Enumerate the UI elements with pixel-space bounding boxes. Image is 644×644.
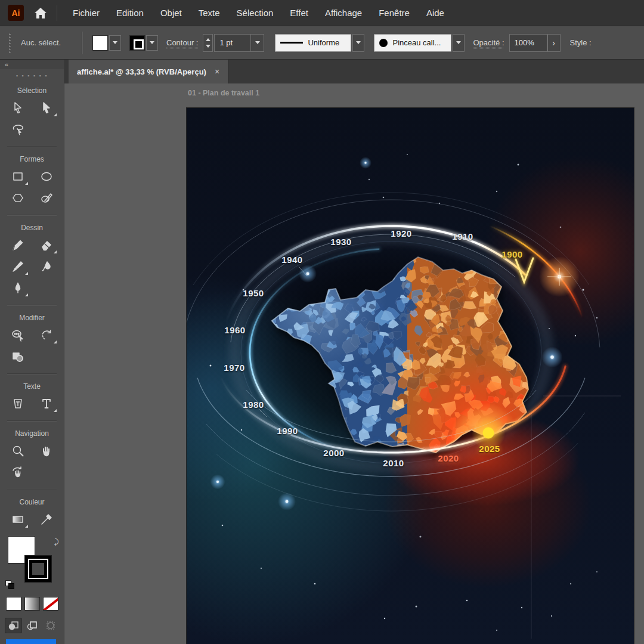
stroke-width-dropdown[interactable] bbox=[251, 34, 264, 52]
stroke-color-control bbox=[129, 35, 158, 51]
menu-item-fichier[interactable]: Fichier bbox=[64, 0, 108, 26]
menu-item-fenetre[interactable]: Fenêtre bbox=[370, 0, 418, 26]
document-tab-title: affiche.ai* @ 33,33 % (RVB/Aperçu) bbox=[77, 67, 206, 76]
none-button[interactable] bbox=[43, 597, 58, 611]
collapse-panel-button[interactable]: « bbox=[0, 60, 64, 69]
shaper-tool[interactable] bbox=[34, 187, 59, 209]
zoom-tool[interactable] bbox=[5, 440, 30, 462]
ellipse-tool[interactable] bbox=[34, 166, 59, 187]
menu-item-affichage[interactable]: Affichage bbox=[317, 0, 370, 26]
calligraphic-brush-icon bbox=[379, 39, 388, 47]
section-navigation-label: Navigation bbox=[0, 429, 64, 438]
tools-panel: « ▪ ▪ ▪ ▪ ▪ ▪ Sélection Formes bbox=[0, 60, 64, 644]
draw-behind-button[interactable] bbox=[23, 618, 41, 633]
pencil-tool[interactable] bbox=[5, 234, 30, 256]
menu-separator bbox=[57, 5, 57, 21]
width-profile-control[interactable]: Uniforme bbox=[275, 34, 351, 52]
direct-selection-tool[interactable] bbox=[5, 97, 30, 119]
stroke-color-box[interactable] bbox=[24, 555, 52, 583]
shape-builder-tool[interactable] bbox=[5, 346, 30, 367]
fill-color-swatch[interactable] bbox=[92, 35, 108, 51]
opacity-field[interactable] bbox=[509, 34, 547, 52]
stroke-color-dropdown[interactable] bbox=[146, 35, 158, 51]
marker-2025-dot bbox=[483, 428, 494, 439]
rectangle-tool[interactable] bbox=[5, 166, 30, 187]
stroke-width-field[interactable] bbox=[214, 34, 251, 52]
stroke-width-stepper[interactable] bbox=[203, 34, 213, 52]
menu-item-objet[interactable]: Objet bbox=[152, 0, 190, 26]
artboard[interactable]: 1900191019201930194019501960197019801990… bbox=[186, 107, 634, 644]
fill-color-control bbox=[92, 35, 121, 51]
control-bar-grip[interactable] bbox=[8, 33, 11, 53]
illustrator-logo[interactable]: Ai bbox=[8, 5, 24, 21]
section-selection-label: Sélection bbox=[0, 86, 64, 95]
paintbrush-tool[interactable] bbox=[5, 256, 30, 277]
close-tab-icon[interactable]: × bbox=[215, 67, 219, 76]
hand-tool[interactable] bbox=[34, 440, 59, 462]
rotate-view-tool[interactable] bbox=[5, 462, 30, 483]
home-icon[interactable] bbox=[34, 7, 47, 20]
draw-mode-buttons bbox=[0, 618, 64, 633]
lasso-tool[interactable] bbox=[5, 119, 30, 140]
eraser-tool[interactable] bbox=[34, 234, 59, 256]
document-tab-bar: affiche.ai* @ 33,33 % (RVB/Aperçu) × bbox=[64, 60, 644, 83]
toolbar-bottom-accent bbox=[6, 639, 56, 644]
color-type-buttons bbox=[0, 597, 64, 611]
section-draw-label: Dessin bbox=[0, 224, 64, 232]
draw-inside-button[interactable] bbox=[42, 618, 59, 633]
illustrator-window: Ai FichierEditionObjetTexteSélectionEffe… bbox=[0, 0, 644, 644]
rotate-tool[interactable] bbox=[34, 324, 59, 346]
panel-grip[interactable]: ▪ ▪ ▪ ▪ ▪ ▪ bbox=[0, 73, 64, 79]
width-profile-value: Uniforme bbox=[308, 38, 339, 47]
selection-tool[interactable] bbox=[34, 97, 59, 119]
brush-control[interactable]: Pinceau call... bbox=[374, 34, 451, 52]
canvas-area[interactable]: 01 - Plan de travail 1 19001910192019301… bbox=[64, 83, 644, 644]
section-color-label: Couleur bbox=[0, 498, 64, 506]
curvature-tool[interactable] bbox=[34, 256, 59, 277]
menu-bar: Ai FichierEditionObjetTexteSélectionEffe… bbox=[0, 0, 644, 26]
section-type-label: Texte bbox=[0, 382, 64, 391]
stroke-color-swatch[interactable] bbox=[129, 35, 145, 51]
section-shapes-label: Formes bbox=[0, 155, 64, 163]
artboard-label[interactable]: 01 - Plan de travail 1 bbox=[188, 89, 259, 97]
free-transform-tool[interactable] bbox=[5, 324, 30, 346]
brush-value: Pinceau call... bbox=[392, 38, 441, 47]
document-tab[interactable]: affiche.ai* @ 33,33 % (RVB/Aperçu) × bbox=[69, 60, 228, 83]
gradient-button[interactable] bbox=[24, 597, 40, 611]
type-tool[interactable] bbox=[34, 393, 59, 414]
poster-artwork bbox=[187, 108, 634, 644]
uniform-profile-icon bbox=[280, 42, 303, 44]
menu-item-texte[interactable]: Texte bbox=[190, 0, 228, 26]
pen-tool[interactable] bbox=[5, 277, 30, 299]
menu-item-effet[interactable]: Effet bbox=[281, 0, 317, 26]
fill-color-dropdown[interactable] bbox=[109, 35, 121, 51]
control-bar: Auc. sélect. Contour : Uniforme Pinceau … bbox=[0, 26, 644, 60]
menu-item-selection[interactable]: Sélection bbox=[228, 0, 282, 26]
style-label: Style : bbox=[570, 38, 592, 47]
draw-normal-button[interactable] bbox=[5, 618, 22, 633]
default-colors-icon[interactable] bbox=[5, 580, 15, 589]
selection-status: Auc. sélect. bbox=[21, 38, 76, 47]
menu-item-aide[interactable]: Aide bbox=[418, 0, 453, 26]
eyedropper-tool[interactable] bbox=[34, 509, 59, 530]
menu-item-edition[interactable]: Edition bbox=[108, 0, 152, 26]
touch-type-tool[interactable] bbox=[5, 393, 30, 414]
divider bbox=[82, 32, 83, 54]
fill-stroke-widget: ⤸ bbox=[4, 536, 60, 591]
gradient-tool[interactable] bbox=[5, 509, 30, 530]
menu-items: FichierEditionObjetTexteSélectionEffetAf… bbox=[64, 0, 453, 26]
opacity-label[interactable]: Opacité : bbox=[473, 38, 504, 47]
width-profile-dropdown[interactable] bbox=[352, 34, 364, 52]
color-button[interactable] bbox=[6, 597, 21, 611]
section-modify-label: Modifier bbox=[0, 314, 64, 322]
stroke-label[interactable]: Contour : bbox=[166, 38, 198, 47]
brush-dropdown[interactable] bbox=[453, 34, 465, 52]
polygon-tool[interactable] bbox=[5, 187, 30, 209]
swap-fill-stroke-icon[interactable]: ⤸ bbox=[54, 537, 59, 547]
opacity-arrow-button[interactable]: › bbox=[547, 34, 561, 52]
